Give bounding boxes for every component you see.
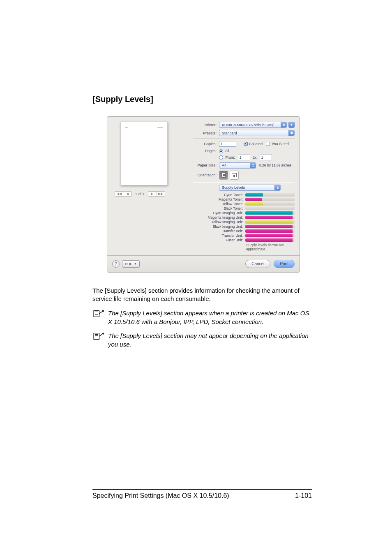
collated-label: Collated: [249, 142, 263, 146]
supply-row: Black Toner:: [194, 206, 295, 210]
two-sided-label: Two-Sided: [271, 142, 289, 146]
supply-bar: [245, 198, 295, 201]
printer-value: KONICA MINOLTA bizhub C35(…: [222, 123, 277, 127]
pages-from-input[interactable]: [238, 155, 250, 160]
note-icon: [92, 309, 108, 326]
copies-label: Copies:: [193, 142, 219, 146]
orientation-portrait-button[interactable]: [219, 171, 228, 180]
orientation-label: Orientation:: [193, 173, 219, 177]
help-button[interactable]: ?: [112, 260, 120, 268]
supply-label: Transfer Belt:: [194, 229, 245, 233]
supply-bar: [245, 211, 295, 215]
pages-all-label: All: [225, 149, 229, 153]
supply-label: Cyan Toner:: [194, 193, 245, 197]
supply-bar: [245, 229, 295, 233]
supply-bar: [245, 216, 295, 219]
supply-bar: [245, 225, 295, 228]
supply-label: Fuser Unit:: [194, 238, 245, 242]
section-select-value: Supply Levels: [222, 185, 245, 190]
paper-size-label: Paper Size:: [193, 163, 219, 167]
pdf-menu-button[interactable]: PDF: [122, 260, 140, 268]
body-paragraph: The [Supply Levels] section provides inf…: [92, 287, 314, 303]
supply-row: Transfer Belt:: [194, 229, 295, 233]
supply-label: Magenta Imaging Unit:: [194, 215, 245, 220]
supply-label: Magenta Toner:: [194, 197, 245, 201]
page-preview: [120, 122, 168, 185]
supply-levels-list: Cyan Toner:Magenta Toner:Yellow Toner:Bl…: [194, 193, 295, 242]
presets-value: Standard: [222, 131, 237, 135]
pages-to-input[interactable]: [260, 155, 272, 160]
note-2-text: The [Supply Levels] section may not appe…: [108, 332, 314, 349]
printer-label: Printer:: [193, 123, 219, 127]
printer-dropdown-button[interactable]: [288, 122, 295, 128]
supply-row: Magenta Imaging Unit:: [194, 215, 295, 220]
presets-select[interactable]: Standard: [219, 130, 295, 136]
cancel-button[interactable]: Cancel: [245, 260, 270, 268]
supply-label: Black Toner:: [194, 206, 245, 210]
paper-dimensions: 8.26 by 11.69 inches: [259, 163, 291, 167]
pages-label: Pages:: [193, 149, 219, 153]
collated-checkbox[interactable]: [244, 142, 248, 146]
supply-bar: [245, 238, 295, 242]
print-button[interactable]: Print: [274, 260, 295, 268]
supply-row: Cyan Toner:: [194, 193, 295, 197]
footer-left: Specifying Print Settings (Mac OS X 10.5…: [92, 492, 229, 500]
section-select[interactable]: Supply Levels: [219, 185, 281, 191]
pages-range-radio[interactable]: [219, 155, 223, 160]
supply-label: Black Imaging Unit:: [194, 224, 245, 229]
supply-row: Fuser Unit:: [194, 238, 295, 242]
printer-select[interactable]: KONICA MINOLTA bizhub C35(…: [219, 122, 287, 128]
supply-row: Cyan Imaging Unit:: [194, 211, 295, 215]
supply-row: Yellow Imaging Unit:: [194, 220, 295, 224]
two-sided-checkbox[interactable]: [266, 142, 270, 146]
pdf-label: PDF: [125, 262, 132, 266]
print-dialog: ◀◀◀ 1 of 1 ▶▶▶ Printer: KONICA MINOLTA b…: [107, 116, 300, 273]
supply-label: Transfer Unit:: [194, 234, 245, 238]
supply-label: Yellow Imaging Unit:: [194, 220, 245, 224]
presets-label: Presets:: [193, 131, 219, 135]
supply-bar: [245, 234, 295, 237]
print-label: Print: [280, 261, 288, 266]
note-icon: [92, 332, 108, 349]
supply-row: Transfer Unit:: [194, 234, 295, 238]
copies-input[interactable]: [219, 141, 236, 147]
pager-prev-group[interactable]: ◀◀◀: [115, 191, 132, 197]
supply-bar: [245, 220, 295, 224]
orientation-landscape-button[interactable]: [230, 171, 239, 180]
supply-approx-note: Supply levels shown are approximate.: [193, 243, 295, 251]
footer-page-number: 1-101: [295, 492, 312, 500]
paper-size-select[interactable]: A4: [219, 162, 256, 169]
supply-label: Cyan Imaging Unit:: [194, 211, 245, 215]
supply-row: Magenta Toner:: [194, 197, 295, 201]
supply-bar: [245, 193, 295, 197]
supply-bar: [245, 202, 295, 206]
pages-all-radio[interactable]: [219, 149, 223, 153]
pager-next-group[interactable]: ▶▶▶: [148, 191, 165, 197]
cancel-label: Cancel: [251, 261, 264, 266]
paper-size-value: A4: [222, 163, 226, 167]
supply-row: Black Imaging Unit:: [194, 224, 295, 229]
pages-from-label: From:: [226, 155, 235, 160]
section-heading: [Supply Levels]: [92, 95, 314, 104]
supply-label: Yellow Toner:: [194, 202, 245, 206]
note-1-text: The [Supply Levels] section appears when…: [108, 309, 314, 326]
pager-status: 1 of 1: [135, 192, 145, 196]
supply-row: Yellow Toner:: [194, 202, 295, 206]
pages-to-label: to:: [253, 155, 257, 160]
supply-bar: [245, 207, 295, 210]
